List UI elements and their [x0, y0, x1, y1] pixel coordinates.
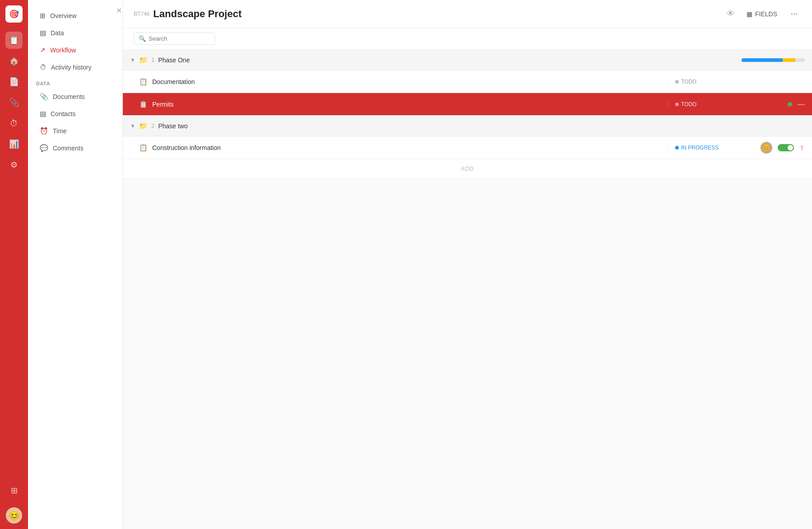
- comments-icon: 💬: [40, 144, 48, 152]
- task-row-construction: 📋 Construction information IN PROGRESS 😊…: [123, 136, 812, 159]
- sidebar-item-label: Comments: [53, 145, 84, 152]
- nav-close-button[interactable]: ✕: [116, 6, 122, 15]
- header-right: 👁 ▦ FIELDS ···: [725, 6, 801, 21]
- sidebar-icon-filter[interactable]: ⚙: [5, 156, 23, 173]
- phase-two-toggle[interactable]: ▼: [130, 123, 135, 129]
- phase-one-right: [667, 58, 812, 62]
- workflow-icon: ↗: [40, 46, 46, 54]
- search-input[interactable]: [149, 35, 210, 42]
- sidebar-icon-timer[interactable]: ⏱: [5, 115, 23, 132]
- status-badge-permits: TODO: [675, 101, 696, 108]
- sidebar-item-label: Overview: [50, 12, 76, 19]
- task-row-documentation: 📋 Documentation TODO: [123, 70, 812, 93]
- sidebar-item-data[interactable]: ▤ Data: [32, 25, 119, 41]
- more-options-button[interactable]: ···: [787, 6, 801, 21]
- task-row-permits[interactable]: 📋 Permits TODO —: [123, 93, 812, 116]
- status-badge-construction: IN PROGRESS: [675, 145, 719, 151]
- data-icon: ▤: [40, 29, 46, 37]
- fields-label: FIELDS: [755, 10, 777, 18]
- task-construction-right: IN PROGRESS 😊 ⇧: [667, 142, 812, 154]
- phase-two-row: ▼ 📁 2 Phase two: [123, 116, 812, 136]
- phase-number: 2: [151, 122, 154, 129]
- phase-number: 1: [151, 56, 154, 63]
- task-documentation-right: TODO: [667, 79, 812, 85]
- page-title: Landscape Project: [153, 8, 242, 20]
- sidebar-icon-docs[interactable]: 📄: [5, 73, 23, 90]
- task-permits-main: 📋 Permits: [123, 95, 667, 114]
- fields-button[interactable]: ▦ FIELDS: [742, 8, 782, 20]
- phase-name: Phase two: [158, 122, 187, 130]
- folder-icon: 📁: [139, 122, 148, 130]
- table-area: ▼ 📁 1 Phase One 📋 Documentation: [123, 50, 812, 529]
- status-text: IN PROGRESS: [681, 145, 719, 151]
- phase-row: ▼ 📁 1 Phase One: [123, 50, 812, 70]
- sidebar-item-activity-history[interactable]: ⏱ Activity history: [32, 59, 119, 75]
- progress-yellow: [783, 58, 795, 62]
- sidebar-icon-home[interactable]: 🏠: [5, 52, 23, 70]
- sidebar-item-label: Data: [51, 29, 64, 37]
- add-row[interactable]: ADD: [123, 159, 812, 179]
- add-label: ADD: [461, 165, 474, 172]
- permits-green-dot: [788, 102, 792, 107]
- main-header: BT746 Landscape Project 👁 ▦ FIELDS ···: [123, 0, 812, 28]
- task-permits-icon: 📋: [139, 100, 148, 108]
- sidebar-item-workflow[interactable]: ↗ Workflow: [32, 42, 119, 58]
- overview-icon: ⊞: [40, 12, 46, 20]
- task-documentation-main: 📋 Documentation: [123, 72, 667, 91]
- sidebar-item-label: Activity history: [51, 64, 91, 71]
- nav-sidebar: ✕ ⊞ Overview ▤ Data ↗ Workflow ⏱ Activit…: [28, 0, 123, 529]
- task-name: Permits: [152, 101, 173, 108]
- sidebar-item-time[interactable]: ⏰ Time: [32, 123, 119, 139]
- task-doc-icon: 📋: [139, 78, 148, 86]
- status-text: TODO: [681, 101, 696, 108]
- sidebar-icon-grid[interactable]: ⊞: [5, 482, 23, 499]
- sidebar-item-label: Time: [53, 127, 67, 135]
- sidebar-item-comments[interactable]: 💬 Comments: [32, 140, 119, 156]
- phase-one-main: ▼ 📁 1 Phase One: [123, 51, 667, 69]
- folder-icon: 📁: [139, 56, 148, 64]
- sidebar-item-label: Contacts: [51, 110, 75, 117]
- task-construction-main: 📋 Construction information: [123, 138, 667, 157]
- task-assignee-avatar: 😊: [761, 142, 772, 154]
- progress-bar: [742, 58, 805, 62]
- sidebar-item-label: Workflow: [50, 47, 76, 54]
- task-name: Documentation: [152, 78, 195, 85]
- status-dot: [675, 80, 679, 84]
- task-name: Construction information: [152, 144, 221, 151]
- eye-button[interactable]: 👁: [725, 7, 737, 20]
- sidebar-icon-table[interactable]: 📊: [5, 136, 23, 153]
- status-text: TODO: [681, 79, 696, 85]
- sidebar-bottom: ⊞ 😊: [5, 482, 23, 524]
- app-logo[interactable]: 🎯: [5, 5, 23, 23]
- documents-icon: 📎: [40, 93, 48, 101]
- sidebar-item-contacts[interactable]: ▤ Contacts: [32, 106, 119, 122]
- permits-minus-icon[interactable]: —: [798, 100, 805, 108]
- sidebar-icon-clip[interactable]: 📎: [5, 94, 23, 111]
- progress-blue: [742, 58, 783, 62]
- search-box[interactable]: 🔍: [134, 33, 215, 45]
- phase-toggle[interactable]: ▼: [130, 57, 135, 63]
- time-icon: ⏰: [40, 127, 48, 135]
- sidebar-item-label: Documents: [53, 93, 85, 100]
- activity-icon: ⏱: [40, 63, 47, 71]
- status-dot: [675, 103, 679, 106]
- sidebar-avatar[interactable]: 😊: [6, 507, 22, 524]
- phase-two-main: ▼ 📁 2 Phase two: [123, 117, 667, 135]
- main-content: BT746 Landscape Project 👁 ▦ FIELDS ··· 🔍…: [123, 0, 812, 529]
- phase-name: Phase One: [158, 56, 190, 64]
- status-dot: [675, 146, 679, 150]
- breadcrumb-id: BT746: [134, 11, 149, 17]
- fields-icon: ▦: [747, 10, 752, 18]
- app-sidebar: 🎯 📋 🏠 📄 📎 ⏱ 📊 ⚙ ⊞ 😊: [0, 0, 28, 529]
- search-icon: 🔍: [139, 35, 146, 42]
- sidebar-item-documents[interactable]: 📎 Documents: [32, 89, 119, 105]
- sidebar-icon-tasks[interactable]: 📋: [5, 32, 23, 49]
- header-left: BT746 Landscape Project: [134, 8, 242, 20]
- toolbar: 🔍: [123, 28, 812, 50]
- sidebar-item-overview[interactable]: ⊞ Overview: [32, 8, 119, 24]
- toggle-switch[interactable]: [778, 144, 794, 151]
- nav-section-data: DATA: [28, 75, 122, 88]
- sort-up-icon[interactable]: ⇧: [799, 144, 805, 151]
- task-construction-icon: 📋: [139, 144, 148, 152]
- task-permits-right: TODO —: [667, 100, 812, 108]
